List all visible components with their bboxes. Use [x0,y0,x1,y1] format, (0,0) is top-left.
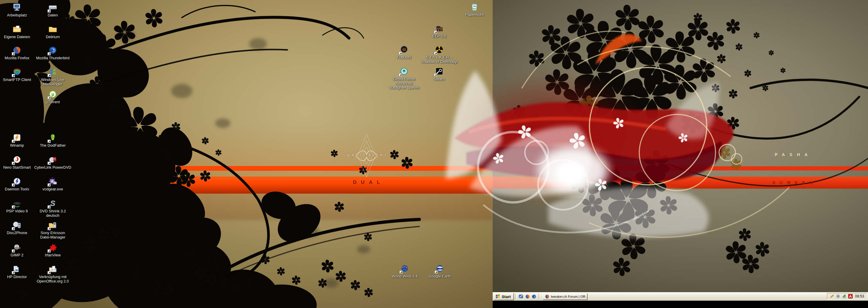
desktop-icon-label: CyberLink PowerDVD [33,165,72,170]
shortcut-arrow-icon [48,227,51,230]
utorrent-icon: µ [48,89,58,99]
smartftp-icon [12,67,22,77]
shortcut-arrow-icon [48,162,51,165]
desktop-icon-delirium[interactable]: Delirium [33,24,72,39]
desktop-icon-label: Eigene Dateien [0,35,36,39]
flatout-icon: 02 [399,44,409,55]
desktop-icon-label: The GodFather [33,144,72,148]
shortcut-arrow-icon [12,249,15,252]
desktop-icon-label: HP Director [0,275,36,279]
desktop-icon-vcdgear-exe[interactable]: vcdgear.exe [33,176,72,191]
desktop-icon-irfanview[interactable]: IrfanView [33,242,72,257]
psp-icon [12,198,22,208]
quicklaunch-firefox-icon[interactable] [524,293,531,300]
shortcut-arrow-icon [12,227,15,230]
desktop-icon-sony-ericsson-datei-manager[interactable]: Sony Ericsson Datei-Manager [33,220,72,239]
desktop-icon-winamp[interactable]: Winamp [0,132,36,148]
tray-avira-antivir-icon[interactable] [848,294,853,299]
shortcut-arrow-icon [12,162,15,165]
task-button-tweaker-ch-forum-off[interactable]: tweaker.ch Forum | Off-... [543,293,587,300]
shortcut-arrow-icon [434,52,437,55]
shortcut-arrow-icon [48,183,51,187]
steam-icon [434,66,444,76]
desktop-icon-flatout2[interactable]: 02FlatOut2 [385,44,424,60]
desktop-icon-smartftp-client[interactable]: SmartFTP Client [0,67,36,82]
desktop-icon-google-earth[interactable]: Google Earth [421,264,459,279]
desktop-icon-daten[interactable]: Daten [33,2,72,18]
desktop-icon-world-wind-1-4[interactable]: World Wind 1.4 [385,264,424,279]
desktop-icon-papierkorb[interactable]: Papierkorb [455,2,494,17]
quicklaunch-show-desktop-icon[interactable] [518,293,524,300]
godfather-icon [48,132,58,143]
desktop-icon-windows-live-messenger[interactable]: Windows Live Messenger [33,67,72,86]
folder-docs-icon [12,24,22,34]
shortcut-arrow-icon [12,52,15,56]
quicklaunch-thunderbird-icon[interactable] [531,293,537,300]
tray-pen-icon[interactable] [830,294,835,299]
desktop-icon-eep-5-0[interactable]: EEP 5.0 [420,24,459,39]
desktop-icon-label: Sony Ericsson Datei-Manager [33,231,72,239]
sonyericsson-icon [48,220,58,230]
firefox-icon [12,45,22,55]
desktop-icon-label: EEP 5.0 [420,34,459,39]
taskbar-clock[interactable]: 08:53 [855,294,864,298]
shortcut-arrow-icon [434,73,437,76]
shortcut-arrow-icon [399,271,403,274]
desktop-icon-mozilla-firefox[interactable]: Mozilla Firefox [0,45,36,60]
desktop-icon-label: Nero StartSmart [0,165,36,170]
desktop-icon-steam[interactable]: Steam [420,66,459,82]
desktop-icon-hp-director[interactable]: HP Director [0,264,36,279]
desktop-icon-mozilla-thunderbird[interactable]: Mozilla Thunderbird [33,45,72,60]
gimp-icon [12,242,22,252]
desktop-icon-eigene-dateien[interactable]: Eigene Dateien [0,24,36,39]
svg-text:µ: µ [51,92,54,97]
shortcut-arrow-icon [399,52,402,55]
desktop-icon-label: FlatOut2 [385,56,424,60]
desktop-icon-label: Disc2Phone [0,231,36,235]
desktop-icon-label: SmartFTP Client [0,78,36,82]
tray-safely-remove-hardware-icon[interactable] [842,294,847,299]
desktop-icon-psp-video-9[interactable]: PSP Video 9 [0,198,36,214]
task-button-label: tweaker.ch Forum | Off-... [551,295,587,298]
start-button[interactable]: Start [494,293,514,300]
desktop-icon-dvd-shrink-3-2-deutsch[interactable]: SDVD Shrink 3.2 deutsch [33,198,72,218]
shortcut-arrow-icon [48,74,51,77]
desktop-icon-label: Windows Live Messenger [33,78,72,86]
desktop-icon-label: Mozilla Firefox [0,56,36,60]
firefox-icon [545,294,550,299]
desktop-icon-label: DVD Shrink 3.2 deutsch [33,209,72,218]
desktop-icon-torrent[interactable]: µµTorrent [33,89,72,104]
tray-volume-icon[interactable] [836,294,841,299]
desktop-icon-ghost-recon-advanced-warfighter-spielen[interactable]: Ghost Recon Advanced Warfighter spielen [385,66,424,90]
desktop-icon-label: Delirium [33,35,72,39]
task-buttons-area: tweaker.ch Forum | Off-... [541,293,587,300]
powerdvd-icon [48,155,58,164]
desktop-icon-label: Steam [420,77,459,82]
winamp-icon [12,132,22,143]
desktop-icon-cyberlink-powerdvd[interactable]: CyberLink PowerDVD [33,155,72,170]
openoffice-icon [48,264,58,274]
desktop-icon-verkn-pfung-mit-openoffice-org-2-0[interactable]: Verknüpfung mit OpenOffice.org 2.0 [33,264,72,283]
desktop-icon-label: Verknüpfung mit OpenOffice.org 2.0 [33,275,72,283]
shortcut-arrow-icon [48,96,51,99]
desktop-icon-daemon-tools[interactable]: Daemon Tools [0,176,36,191]
quick-launch-area [518,293,537,300]
desktop-icon-the-godfather[interactable]: The GodFather [33,132,72,148]
desktop-icon-arbeitsplatz[interactable]: Arbeitsplatz [0,2,36,18]
taskbar-separator [515,294,517,300]
desktop-icon-label: S.T.A.L.K.E.R. - Shadow of Chernobyl [420,56,459,64]
svg-text:02: 02 [402,48,406,51]
shortcut-arrow-icon [12,74,15,77]
desktop-icon-nero-startsmart[interactable]: Nero StartSmart [0,155,36,170]
taskbar: Start tweaker.ch Forum | Off-... 08:53 [493,292,868,301]
desktop-icon-label: µTorrent [33,100,72,104]
desktop-screen: get carter DUAL PASHA SCREEN Arbeitsplat… [0,0,868,308]
thunderbird-icon [48,45,58,55]
vcdgear-icon [48,176,58,186]
desktop-icon-s-t-a-l-k-e-r-shadow-of-chernobyl[interactable]: S.T.A.L.K.E.R. - Shadow of Chernobyl [420,44,459,64]
shortcut-arrow-icon [48,9,51,12]
desktop-icon-gimp-2[interactable]: GIMP 2 [0,242,36,257]
desktop-icon-label: Arbeitsplatz [0,13,36,18]
desktop-icon-label: Ghost Recon Advanced Warfighter spielen [385,77,424,90]
desktop-icon-disc2phone[interactable]: Disc2Phone [0,220,36,235]
